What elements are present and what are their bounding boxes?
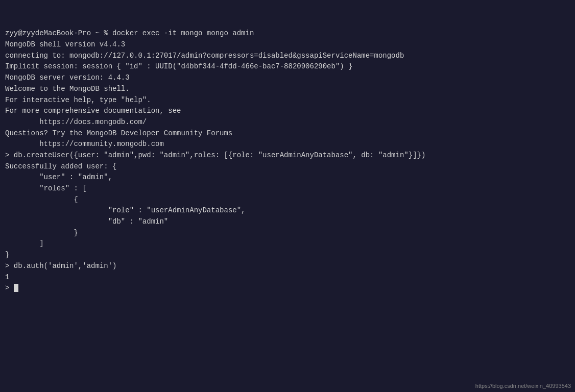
terminal-line: Welcome to the MongoDB shell. bbox=[5, 84, 570, 95]
terminal-output: zyy@zyydeMacBook-Pro ~ % docker exec -it… bbox=[5, 6, 570, 294]
terminal-line: For more comprehensive documentation, se… bbox=[5, 106, 570, 117]
terminal-line: connecting to: mongodb://127.0.0.1:27017… bbox=[5, 51, 570, 62]
terminal-line: } bbox=[5, 228, 570, 239]
terminal-line: "roles" : [ bbox=[5, 183, 570, 194]
terminal-cursor bbox=[14, 284, 18, 292]
terminal-line: https://community.mongodb.com bbox=[5, 139, 570, 150]
terminal-line: For interactive help, type "help". bbox=[5, 95, 570, 106]
terminal-line: "db" : "admin" bbox=[5, 216, 570, 228]
terminal-line: ] bbox=[5, 238, 570, 250]
terminal-line: { bbox=[5, 194, 570, 206]
terminal-line: MongoDB shell version v4.4.3 bbox=[5, 39, 570, 51]
terminal-line: Implicit session: session { "id" : UUID(… bbox=[5, 61, 570, 72]
terminal-line: } bbox=[5, 250, 570, 261]
terminal-line: 1 bbox=[5, 272, 570, 283]
terminal-line: "role" : "userAdminAnyDatabase", bbox=[5, 205, 570, 216]
terminal-line: > db.auth('admin','admin') bbox=[5, 261, 570, 272]
terminal-line: Successfully added user: { bbox=[5, 161, 570, 173]
terminal-line: MongoDB server version: 4.4.3 bbox=[5, 72, 570, 84]
terminal-line: > db.createUser({user: "admin",pwd: "adm… bbox=[5, 150, 570, 161]
terminal-line: "user" : "admin", bbox=[5, 172, 570, 183]
terminal-line: Questions? Try the MongoDB Developer Com… bbox=[5, 128, 570, 139]
terminal-line: > bbox=[5, 283, 570, 294]
terminal-line: https://docs.mongodb.com/ bbox=[5, 117, 570, 128]
terminal-window[interactable]: zyy@zyydeMacBook-Pro ~ % docker exec -it… bbox=[0, 0, 575, 392]
watermark: https://blog.csdn.net/weixin_40993543 bbox=[475, 383, 571, 389]
terminal-line: zyy@zyydeMacBook-Pro ~ % docker exec -it… bbox=[5, 28, 570, 39]
